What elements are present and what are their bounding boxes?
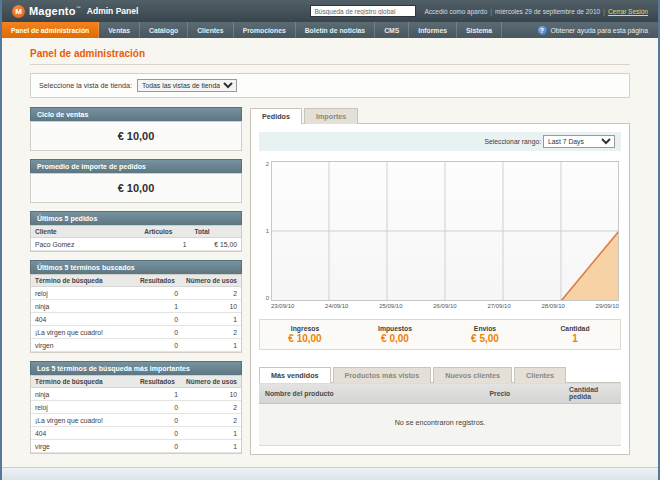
range-select[interactable]: Last 7 Days	[543, 135, 615, 148]
search-term: ninja	[31, 300, 136, 313]
nav-item-newsletter[interactable]: Boletín de noticias	[296, 22, 375, 38]
table-row[interactable]: ¡La virgen que cuadro! 0 2	[31, 326, 241, 339]
logo-admin-text: Admin Panel	[87, 6, 138, 16]
results: 0	[136, 339, 182, 352]
stat-tax: Impuestos € 0,00	[350, 325, 440, 344]
footer-band	[2, 467, 658, 480]
stat-quantity: Cantidad 1	[530, 325, 620, 344]
column-header: Cliente	[31, 226, 140, 238]
table-row[interactable]: virge 0 1	[31, 440, 241, 453]
search-term: reloj	[31, 401, 136, 414]
table-row[interactable]: 404 0 1	[31, 427, 241, 440]
column-header: Número de usos	[182, 376, 241, 388]
column-header: Precio	[483, 383, 563, 404]
tab-new-customers[interactable]: Nuevos clientes	[433, 367, 512, 383]
divider: |	[603, 8, 605, 15]
results: 1	[136, 300, 182, 313]
tab-customers[interactable]: Clientes	[514, 367, 566, 383]
logout-link[interactable]: Cerrar Sesión	[608, 8, 648, 15]
tab-orders[interactable]: Pedidos	[250, 108, 302, 124]
right-column: Pedidos Importes Seleccionar rango: Last…	[250, 107, 630, 455]
column-header: Término de búsqueda	[31, 376, 136, 388]
chart-tabs: Pedidos Importes	[250, 108, 630, 124]
table-row[interactable]: 404 0 1	[31, 313, 241, 326]
last-orders-title: Últimos 5 pedidos	[30, 211, 242, 225]
uses: 2	[182, 287, 241, 300]
search-term: ¡La virgen que cuadro!	[31, 414, 136, 427]
title-divider	[30, 64, 630, 65]
column-header: Resultados	[136, 275, 182, 287]
range-label: Seleccionar rango:	[484, 138, 541, 145]
logo-text: Magento™	[29, 5, 81, 17]
nav-item-customers[interactable]: Clientes	[188, 22, 233, 38]
table-row[interactable]: virgen 0 1	[31, 339, 241, 352]
customer-name: Paco Gomez	[31, 238, 140, 251]
top-search-terms-box: Los 5 términos de búsqueda más important…	[30, 361, 242, 454]
table-row[interactable]: ¡La virgen que cuadro! 0 2	[31, 414, 241, 427]
uses: 2	[182, 414, 241, 427]
lifetime-sales-title: Ciclo de ventas	[30, 107, 242, 121]
nav-item-sales[interactable]: Ventas	[99, 22, 140, 38]
table-row[interactable]: ninja 1 10	[31, 300, 241, 313]
orders-chart: 210 23/09/1024/09/1025/09/1026/09/1027/0…	[259, 161, 619, 309]
nav-item-dashboard[interactable]: Panel de administración	[2, 22, 99, 38]
lifetime-sales-box: Ciclo de ventas € 10,00	[30, 107, 242, 151]
table-row[interactable]: ninja 1 10	[31, 388, 241, 401]
table-row[interactable]: reloj 0 2	[31, 401, 241, 414]
chart-y-labels: 210	[259, 161, 271, 301]
trademark-icon: ™	[76, 5, 81, 11]
results: 0	[136, 326, 182, 339]
orders-chart-svg	[271, 161, 619, 301]
tab-amounts[interactable]: Importes	[304, 108, 358, 124]
page-title: Panel de administración	[30, 48, 630, 59]
uses: 2	[182, 401, 241, 414]
store-view-select[interactable]: Todas las vistas de tienda	[137, 79, 237, 92]
magento-logo-icon: M	[12, 5, 25, 18]
column-header: Total	[191, 226, 241, 238]
logged-in-as: Accedió como apardo	[424, 8, 487, 15]
browser-page: M Magento™ Admin Panel Accedió como apar…	[0, 0, 660, 480]
get-help-link[interactable]: ? Obtener ayuda para esta página	[528, 22, 659, 38]
stat-revenue: Ingresos € 10,00	[260, 325, 350, 344]
nav-item-catalog[interactable]: Catálogo	[140, 22, 188, 38]
nav-item-reports[interactable]: Informes	[409, 22, 457, 38]
order-total: € 15,00	[191, 238, 241, 251]
empty-records-message: No se encontraron registros.	[259, 404, 621, 446]
column-header: Cantidad pedida	[563, 383, 621, 404]
uses: 1	[182, 440, 241, 453]
last-search-terms-box: Últimos 5 términos buscados Término de b…	[30, 260, 242, 353]
results: 0	[136, 414, 182, 427]
header-user-info: Accedió como apardo|miércoles 29 de sept…	[424, 8, 648, 15]
results: 0	[136, 427, 182, 440]
chart-x-labels: 23/09/1024/09/1025/09/1026/09/1027/09/10…	[271, 303, 619, 309]
search-term: virgen	[31, 339, 136, 352]
search-term: ¡La virgen que cuadro!	[31, 326, 136, 339]
results: 1	[136, 388, 182, 401]
bestsellers-table: Nombre del producto Precio Cantidad pedi…	[259, 382, 621, 446]
table-row[interactable]: reloj 0 2	[31, 287, 241, 300]
nav-item-system[interactable]: Sistema	[457, 22, 502, 38]
global-search-input[interactable]	[310, 5, 416, 17]
dashboard-panel: Seleccionar rango: Last 7 Days 210 23/09…	[250, 123, 630, 455]
uses: 2	[182, 326, 241, 339]
last-orders-box: Últimos 5 pedidos Cliente Artículos Tota…	[30, 211, 242, 252]
uses: 1	[182, 339, 241, 352]
average-orders-value: € 10,00	[31, 174, 241, 202]
last-search-terms-title: Últimos 5 términos buscados	[30, 260, 242, 274]
totals-bar: Ingresos € 10,00 Impuestos € 0,00 Envíos…	[259, 319, 621, 350]
nav-item-cms[interactable]: CMS	[375, 22, 409, 38]
tab-bestsellers[interactable]: Más vendidos	[259, 367, 331, 383]
header-bar: M Magento™ Admin Panel Accedió como apar…	[2, 0, 658, 22]
table-row[interactable]: Paco Gomez 1 € 15,00	[31, 238, 241, 251]
search-term: reloj	[31, 287, 136, 300]
last-search-terms-table: Término de búsqueda Resultados Número de…	[31, 275, 241, 352]
nav-item-promotions[interactable]: Promociones	[234, 22, 296, 38]
dashboard-columns: Ciclo de ventas € 10,00 Promedio de impo…	[30, 107, 630, 462]
items-count: 1	[140, 238, 190, 251]
lifetime-sales-value: € 10,00	[31, 122, 241, 150]
results: 0	[136, 440, 182, 453]
tab-most-viewed[interactable]: Productos más vistos	[333, 367, 432, 383]
page-content: Panel de administración Seleccione la vi…	[2, 38, 658, 467]
chart-area: 23/09/1024/09/1025/09/1026/09/1027/09/10…	[271, 161, 619, 309]
column-header: Artículos	[140, 226, 190, 238]
